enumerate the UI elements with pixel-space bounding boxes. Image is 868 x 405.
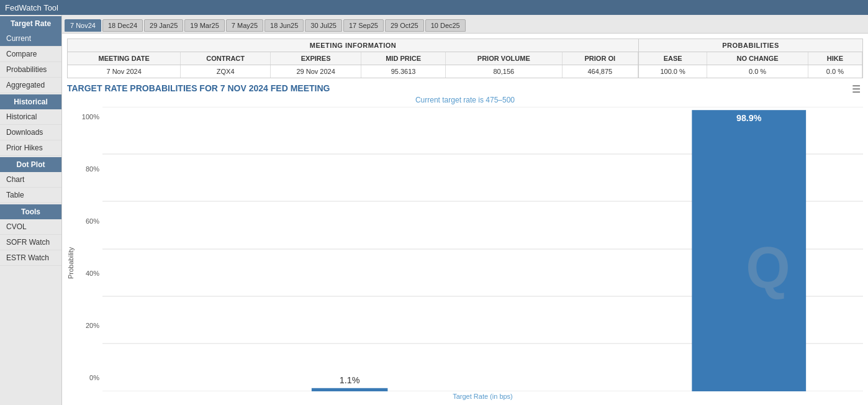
cell-mid-price: 95.3613 <box>361 65 446 78</box>
hamburger-menu-icon[interactable]: ☰ <box>852 83 861 95</box>
cell-meeting-date: 7 Nov 2024 <box>68 65 181 78</box>
x-axis-label: Target Rate (in bps) <box>102 391 863 400</box>
chart-section: TARGET RATE PROBABILITIES FOR 7 NOV 2024… <box>67 83 863 400</box>
col-mid-price: MID PRICE <box>361 52 446 65</box>
sidebar-item-compare[interactable]: Compare <box>0 47 61 62</box>
chart-svg: 1.1% 425–450 98.9% 450–475 <box>102 107 863 391</box>
col-hike: HIKE <box>808 52 862 65</box>
y-axis-title: Probability <box>67 107 75 400</box>
col-meeting-date: MEETING DATE <box>68 52 181 65</box>
col-ease: EASE <box>639 52 707 65</box>
meeting-info-wrapper: MEETING INFORMATION MEETING DATE CONTRAC… <box>67 39 863 78</box>
tab-17sep25[interactable]: 17 Sep25 <box>343 19 384 32</box>
cell-contract: ZQX4 <box>181 65 271 78</box>
col-prior-volume: PRIOR VOLUME <box>446 52 563 65</box>
probabilities-row: 100.0 % 0.0 % 0.0 % <box>639 65 862 78</box>
main-content: MEETING INFORMATION MEETING DATE CONTRAC… <box>62 34 868 405</box>
cell-expires: 29 Nov 2024 <box>271 65 361 78</box>
chart-title: TARGET RATE PROBABILITIES FOR 7 NOV 2024… <box>67 83 863 93</box>
sidebar-item-sofr-watch[interactable]: SOFR Watch <box>0 235 61 250</box>
sidebar-item-current[interactable]: Current <box>0 31 61 47</box>
meeting-info-table: MEETING DATE CONTRACT EXPIRES MID PRICE … <box>68 52 638 78</box>
sidebar-item-chart[interactable]: Chart <box>0 172 61 188</box>
chart-container: Probability 100% 80% 60% 40% 20% 0% <box>67 107 863 400</box>
chart-subtitle: Current target rate is 475–500 <box>67 96 863 104</box>
y-tick-0: 0% <box>89 374 99 381</box>
sidebar-item-table[interactable]: Table <box>0 188 61 203</box>
cell-hike: 0.0 % <box>808 65 862 78</box>
tab-30jul25[interactable]: 30 Jul25 <box>305 19 342 32</box>
probabilities-header: PROBABILITIES <box>639 39 862 52</box>
col-contract: CONTRACT <box>181 52 271 65</box>
tab-7may25[interactable]: 7 May25 <box>226 19 263 32</box>
tab-18dec24[interactable]: 18 Dec24 <box>102 19 143 32</box>
y-tick-20: 20% <box>86 322 99 329</box>
meeting-info-header: MEETING INFORMATION <box>68 39 638 52</box>
dot-plot-section-btn[interactable]: Dot Plot <box>0 157 61 172</box>
cell-prior-volume: 80,156 <box>446 65 563 78</box>
sidebar: Target Rate Current Compare Probabilitie… <box>0 15 62 405</box>
tab-29oct25[interactable]: 29 Oct25 <box>385 19 424 32</box>
tab-bar: 7 Nov24 18 Dec24 29 Jan25 19 Mar25 7 May… <box>62 15 868 34</box>
app-title: FedWatch Tool <box>5 3 58 12</box>
cell-no-change: 0.0 % <box>707 65 808 78</box>
tab-19mar25[interactable]: 19 Mar25 <box>184 19 224 32</box>
probabilities-table: EASE NO CHANGE HIKE 100.0 % 0.0 % 0.0 % <box>639 52 862 78</box>
tab-7nov24[interactable]: 7 Nov24 <box>65 19 101 32</box>
sidebar-item-historical[interactable]: Historical <box>0 109 61 125</box>
meeting-info-section: MEETING INFORMATION MEETING DATE CONTRAC… <box>68 39 639 78</box>
sidebar-item-prior-hikes[interactable]: Prior Hikes <box>0 140 61 156</box>
y-tick-60: 60% <box>86 217 99 225</box>
historical-section-btn[interactable]: Historical <box>0 94 61 109</box>
svg-text:1.1%: 1.1% <box>340 375 360 385</box>
col-prior-oi: PRIOR OI <box>562 52 638 65</box>
sidebar-item-probabilities[interactable]: Probabilities <box>0 62 61 78</box>
meeting-info-row: 7 Nov 2024 ZQX4 29 Nov 2024 95.3613 80,1… <box>68 65 638 78</box>
tab-29jan25[interactable]: 29 Jan25 <box>144 19 183 32</box>
target-rate-section-btn[interactable]: Target Rate <box>0 16 61 31</box>
tools-section-btn[interactable]: Tools <box>0 204 61 219</box>
sidebar-item-aggregated[interactable]: Aggregated <box>0 78 61 93</box>
chart-plot: 1.1% 425–450 98.9% 450–475 <box>102 107 863 400</box>
y-tick-40: 40% <box>86 270 99 277</box>
cell-prior-oi: 464,875 <box>562 65 638 78</box>
tab-10dec25[interactable]: 10 Dec25 <box>425 19 466 32</box>
col-expires: EXPIRES <box>271 52 361 65</box>
col-no-change: NO CHANGE <box>707 52 808 65</box>
y-tick-100: 100% <box>82 113 99 121</box>
sidebar-item-estr-watch[interactable]: ESTR Watch <box>0 250 61 266</box>
svg-text:98.9%: 98.9% <box>736 113 762 123</box>
y-axis: 100% 80% 60% 40% 20% 0% <box>75 107 102 400</box>
svg-text:Q: Q <box>746 235 790 301</box>
probabilities-section: PROBABILITIES EASE NO CHANGE HIKE <box>639 39 862 78</box>
tab-18jun25[interactable]: 18 Jun25 <box>264 19 304 32</box>
cell-ease: 100.0 % <box>639 65 707 78</box>
content-area: 7 Nov24 18 Dec24 29 Jan25 19 Mar25 7 May… <box>62 15 868 405</box>
sidebar-item-cvol[interactable]: CVOL <box>0 219 61 235</box>
title-bar: FedWatch Tool <box>0 0 868 15</box>
y-tick-80: 80% <box>86 165 99 173</box>
sidebar-item-downloads[interactable]: Downloads <box>0 125 61 140</box>
